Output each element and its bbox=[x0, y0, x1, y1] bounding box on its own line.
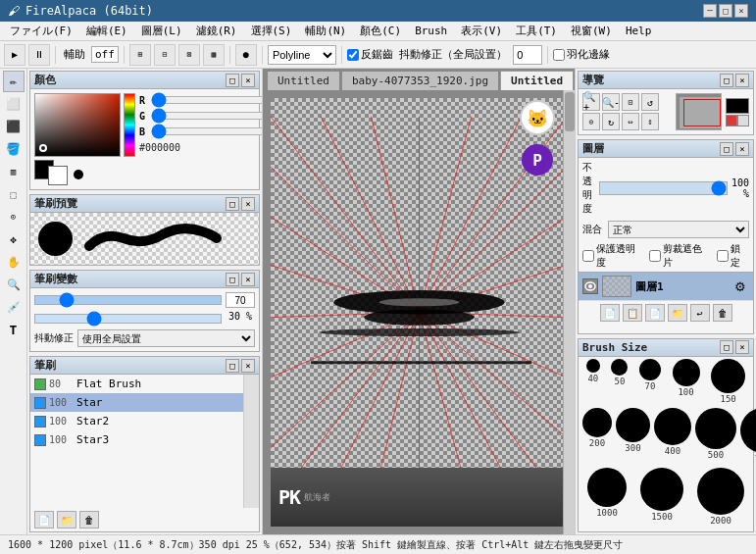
tab-baby-image[interactable]: baby-4077353_1920.jpg bbox=[341, 71, 499, 90]
opacity-slider[interactable] bbox=[34, 314, 222, 324]
toolbar-circle-btn[interactable]: ● bbox=[235, 44, 257, 66]
layer-undo-btn[interactable]: ↩ bbox=[690, 304, 710, 322]
layer-item[interactable]: 圖層1 ⚙ bbox=[579, 273, 753, 301]
toolbar-grid2-btn[interactable]: ⊟ bbox=[154, 44, 176, 66]
layer-group-btn[interactable]: 📁 bbox=[668, 304, 687, 322]
brush-add-btn[interactable]: 📄 bbox=[34, 511, 54, 529]
tab-untitled1[interactable]: Untitled bbox=[267, 71, 340, 90]
opacity-slider[interactable] bbox=[599, 181, 728, 195]
canvas-viewport[interactable]: PK 航海者 🐱 P bbox=[263, 90, 575, 534]
g-slider[interactable] bbox=[151, 112, 263, 120]
layer-delete-btn[interactable]: 🗑 bbox=[713, 304, 732, 322]
brush-preview-float-btn[interactable]: □ bbox=[226, 197, 239, 211]
brush-size-400[interactable]: 400 bbox=[654, 408, 691, 464]
layer-visibility-icon[interactable] bbox=[582, 278, 598, 294]
tool-move[interactable]: ✥ bbox=[3, 228, 25, 250]
brush-size-float-btn[interactable]: □ bbox=[720, 340, 733, 354]
brush-size-2000[interactable]: 2000 bbox=[697, 468, 744, 526]
nav-rotate-right-btn[interactable]: ↻ bbox=[602, 113, 620, 130]
blend-mode-select[interactable]: 正常 bbox=[608, 221, 749, 238]
list-item[interactable]: 100 Star bbox=[30, 393, 243, 412]
color-panel-float-btn[interactable]: □ bbox=[226, 74, 239, 87]
maximize-button[interactable]: □ bbox=[719, 4, 732, 18]
brush-size-300[interactable]: 300 bbox=[616, 408, 650, 464]
color-panel-close-btn[interactable]: × bbox=[241, 74, 255, 87]
brush-size-close-btn[interactable]: × bbox=[735, 340, 749, 354]
menu-file[interactable]: ファイル(F) bbox=[4, 22, 78, 40]
brush-size-700[interactable]: 700 bbox=[740, 408, 756, 464]
menu-help[interactable]: Help bbox=[620, 23, 658, 39]
menu-view[interactable]: 表示(V) bbox=[455, 22, 508, 40]
menu-tools[interactable]: 工具(T) bbox=[510, 22, 563, 40]
r-slider[interactable] bbox=[151, 96, 263, 104]
layers-float-btn[interactable]: □ bbox=[720, 142, 733, 156]
layer-new-btn[interactable]: 📄 bbox=[600, 304, 620, 322]
brush-size-200[interactable]: 200 bbox=[582, 408, 612, 464]
brush-params-float-btn[interactable]: □ bbox=[226, 273, 239, 286]
nav-rotate-reset-btn[interactable]: ⊙ bbox=[582, 113, 600, 130]
lock-check[interactable]: 鎖定 bbox=[717, 242, 749, 270]
list-item[interactable]: 100 Star2 bbox=[30, 412, 243, 430]
toolbar-grid4-btn[interactable]: ▦ bbox=[203, 44, 225, 66]
brush-list-scrollbar[interactable] bbox=[243, 375, 259, 508]
toolbar-feather-check[interactable]: 羽化邊緣 bbox=[553, 47, 610, 62]
layers-close-btn[interactable]: × bbox=[735, 142, 749, 156]
nav-fit-btn[interactable]: ⊡ bbox=[622, 93, 639, 111]
menu-filter[interactable]: 濾鏡(R) bbox=[190, 22, 243, 40]
brush-size-40[interactable]: 40 bbox=[586, 359, 600, 404]
nav-zoom-out-btn[interactable]: 🔍- bbox=[602, 93, 620, 111]
brush-folder-btn[interactable]: 📁 bbox=[57, 511, 76, 529]
nav-flip-v-btn[interactable]: ⇕ bbox=[641, 113, 659, 130]
brush-size-500[interactable]: 500 bbox=[695, 408, 736, 464]
swatch-black[interactable] bbox=[726, 98, 749, 114]
tool-dotted[interactable]: ⬛ bbox=[3, 116, 25, 137]
nav-rotate-left-btn[interactable]: ↺ bbox=[641, 93, 659, 111]
brush-size-1500[interactable]: 1500 bbox=[640, 468, 683, 526]
tool-eyedrop[interactable]: 💉 bbox=[3, 296, 25, 318]
toolbar-grid1-btn[interactable]: ⊞ bbox=[129, 44, 151, 66]
tool-zoom[interactable]: 🔍 bbox=[3, 274, 25, 295]
nav-float-btn[interactable]: □ bbox=[720, 74, 733, 87]
tool-select-lasso[interactable]: ⊙ bbox=[3, 206, 25, 227]
brush-size-1000[interactable]: 1000 bbox=[587, 468, 627, 526]
nav-flip-h-btn[interactable]: ⇔ bbox=[622, 113, 639, 130]
color-gradient-picker[interactable] bbox=[34, 93, 121, 157]
tool-fill[interactable]: 🪣 bbox=[3, 138, 25, 160]
menu-aux[interactable]: 輔助(N) bbox=[299, 22, 352, 40]
menu-window[interactable]: 視窗(W) bbox=[565, 22, 618, 40]
toolbar-stab-input[interactable] bbox=[513, 45, 542, 65]
clip-check[interactable]: 剪裁遮色片 bbox=[649, 242, 710, 270]
list-item[interactable]: 80 Flat Brush bbox=[30, 375, 243, 393]
brush-preview-close-btn[interactable]: × bbox=[241, 197, 255, 211]
swatch-white[interactable] bbox=[737, 115, 749, 126]
protect-alpha-check[interactable]: 保護透明度 bbox=[582, 242, 643, 270]
menu-edit[interactable]: 編輯(E) bbox=[80, 22, 133, 40]
brush-list-float-btn[interactable]: □ bbox=[226, 359, 239, 373]
menu-select[interactable]: 選擇(S) bbox=[245, 22, 298, 40]
layer-new2-btn[interactable]: 📋 bbox=[623, 304, 642, 322]
tool-pen[interactable]: ✏ bbox=[3, 71, 25, 92]
menu-layer[interactable]: 圖層(L) bbox=[135, 22, 188, 40]
b-slider[interactable] bbox=[151, 127, 263, 135]
nav-zoom-in-btn[interactable]: 🔍+ bbox=[582, 93, 600, 111]
tool-eraser[interactable]: ⬜ bbox=[3, 93, 25, 115]
background-color-swatch[interactable] bbox=[48, 166, 68, 185]
brush-size-50[interactable]: 50 bbox=[611, 359, 628, 404]
toolbar-play-btn[interactable]: ▶ bbox=[4, 44, 25, 66]
stab-select[interactable]: 使用全局設置 bbox=[77, 329, 255, 347]
toolbar-pause-btn[interactable]: ⏸ bbox=[28, 44, 50, 66]
toolbar-line-mode-select[interactable]: Polyline bbox=[268, 45, 336, 65]
toolbar-grid3-btn[interactable]: ⊠ bbox=[178, 44, 200, 66]
size-slider[interactable] bbox=[34, 295, 222, 305]
list-item[interactable]: 100 Star3 bbox=[30, 430, 243, 449]
brush-list-close-btn[interactable]: × bbox=[241, 359, 255, 373]
brush-size-150[interactable]: 150 bbox=[711, 359, 745, 404]
layer-settings-btn[interactable]: ⚙ bbox=[731, 277, 749, 295]
minimize-button[interactable]: ─ bbox=[703, 4, 717, 18]
nav-close-btn[interactable]: × bbox=[735, 74, 749, 87]
tool-gradient[interactable]: ▥ bbox=[3, 161, 25, 182]
brush-delete-btn[interactable]: 🗑 bbox=[79, 511, 99, 529]
tool-hand[interactable]: ✋ bbox=[3, 251, 25, 273]
layer-copy-btn[interactable]: 📄 bbox=[645, 304, 665, 322]
tab-untitled2[interactable]: Untitled bbox=[500, 71, 574, 90]
